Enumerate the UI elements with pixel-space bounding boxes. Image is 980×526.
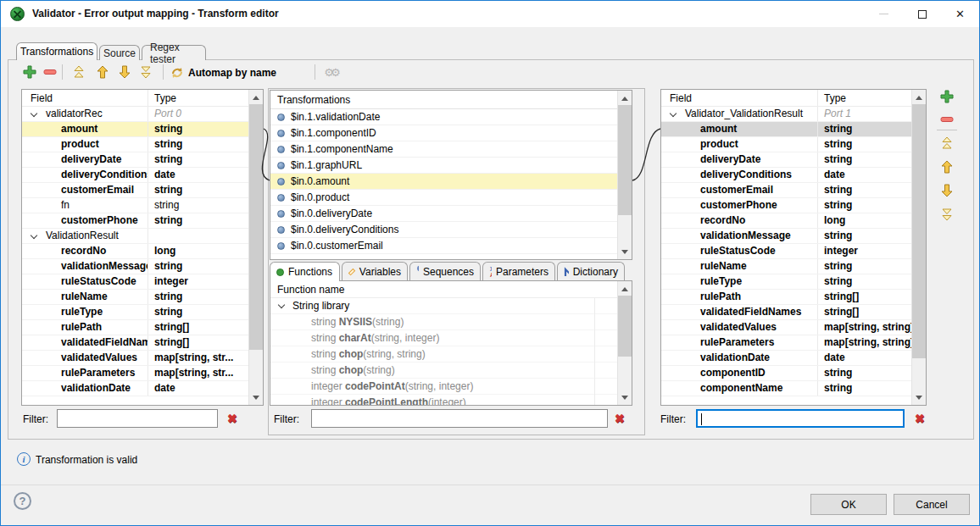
field-row[interactable]: customerEmailstring bbox=[22, 183, 248, 198]
field-row[interactable]: customerEmailstring bbox=[661, 183, 911, 198]
cancel-button[interactable]: Cancel bbox=[894, 494, 970, 515]
function-row[interactable]: string chop(string, string) bbox=[270, 346, 617, 363]
field-row[interactable]: deliveryDatestring bbox=[22, 152, 248, 168]
scrollbar-thumb[interactable] bbox=[618, 105, 632, 215]
field-row[interactable]: validatedValuesmap[string, str... bbox=[22, 351, 248, 366]
move-top-icon[interactable] bbox=[70, 64, 87, 80]
field-row[interactable]: ValidationResult bbox=[22, 229, 248, 244]
ok-button[interactable]: OK bbox=[810, 494, 887, 515]
field-row[interactable]: validationMessagestring bbox=[22, 259, 248, 274]
transformation-item[interactable]: $in.0.deliveryDate bbox=[270, 206, 617, 222]
field-row[interactable]: recordNolong bbox=[22, 244, 248, 259]
field-row[interactable]: rulePathstring[] bbox=[661, 290, 911, 305]
chevron-down-icon[interactable] bbox=[31, 232, 37, 239]
field-row[interactable]: ruleStatusCodeinteger bbox=[22, 274, 248, 290]
scroll-down-icon[interactable] bbox=[618, 245, 632, 259]
function-row[interactable]: integer codePointAt(string, integer) bbox=[270, 379, 617, 395]
move-top-icon[interactable] bbox=[938, 135, 955, 152]
tab-variables[interactable]: Variables bbox=[342, 262, 408, 280]
left-filter-clear-icon[interactable]: ✖ bbox=[227, 412, 237, 425]
field-row[interactable]: productstring bbox=[22, 137, 248, 152]
scroll-up-icon[interactable] bbox=[618, 281, 632, 296]
field-row[interactable]: validatorRecPort 0 bbox=[22, 107, 248, 122]
right-filter-clear-icon[interactable]: ✖ bbox=[915, 412, 925, 425]
chevron-down-icon[interactable] bbox=[670, 110, 677, 117]
help-icon[interactable]: ? bbox=[14, 492, 31, 510]
field-row[interactable]: customerPhonestring bbox=[661, 198, 911, 213]
field-row[interactable]: validationDatedate bbox=[661, 351, 911, 366]
transformation-item[interactable]: $in.0.customerEmail bbox=[270, 238, 617, 254]
middle-filter-clear-icon[interactable]: ✖ bbox=[615, 412, 625, 425]
field-row[interactable]: deliveryConditionsdate bbox=[661, 168, 911, 183]
remove-mapping-icon[interactable] bbox=[42, 64, 58, 80]
transformation-item[interactable]: $in.0.amount bbox=[270, 174, 617, 190]
scroll-down-icon[interactable] bbox=[912, 390, 926, 405]
chevron-down-icon[interactable] bbox=[278, 302, 285, 308]
field-row[interactable]: deliveryConditionsdate bbox=[22, 168, 248, 183]
automap-button[interactable]: Automap by name bbox=[188, 67, 276, 79]
field-row[interactable]: validatedFieldNamesstring[] bbox=[661, 305, 911, 320]
field-row[interactable]: ruleNamestring bbox=[661, 259, 911, 274]
field-row[interactable]: ruleTypestring bbox=[661, 274, 911, 290]
function-row[interactable]: string charAt(string, integer) bbox=[270, 330, 617, 346]
scrollbar-thumb[interactable] bbox=[618, 296, 632, 357]
scroll-up-icon[interactable] bbox=[249, 90, 263, 104]
field-row[interactable]: ruleParametersmap[string, str... bbox=[22, 366, 248, 381]
transformation-item[interactable]: $in.1.validationDate bbox=[270, 109, 617, 125]
field-row[interactable]: ruleStatusCodeinteger bbox=[661, 244, 911, 259]
field-row[interactable]: amountstring bbox=[661, 122, 911, 137]
tab-source[interactable]: Source bbox=[99, 45, 140, 60]
field-row[interactable]: validatedFieldNamesstring[] bbox=[22, 335, 248, 351]
move-up-icon[interactable] bbox=[94, 64, 111, 80]
move-bottom-icon[interactable] bbox=[137, 64, 154, 80]
tab-dictionary[interactable]: Dictionary bbox=[557, 262, 625, 280]
add-mapping-icon[interactable] bbox=[21, 64, 38, 80]
tab-parameters[interactable]: X=Y A=1 Parameters bbox=[482, 262, 555, 280]
chevron-down-icon[interactable] bbox=[31, 110, 37, 117]
transformation-item[interactable]: $in.1.componentName bbox=[270, 141, 617, 158]
field-row[interactable]: componentNamestring bbox=[661, 381, 911, 396]
scroll-down-icon[interactable] bbox=[618, 390, 632, 405]
field-row[interactable]: ruleTypestring bbox=[22, 305, 248, 320]
transformation-item[interactable]: $in.0.product bbox=[270, 190, 617, 206]
scrollbar-thumb[interactable] bbox=[249, 104, 263, 350]
tab-sequences[interactable]: 1 2 3 Sequences bbox=[409, 262, 481, 280]
field-row[interactable]: productstring bbox=[661, 137, 911, 152]
field-row[interactable]: validationMessagestring bbox=[661, 229, 911, 244]
tab-functions[interactable]: Functions bbox=[270, 262, 340, 281]
function-row[interactable]: String library bbox=[270, 298, 617, 314]
add-field-icon[interactable] bbox=[938, 88, 955, 105]
scrollbar-vertical[interactable] bbox=[617, 281, 632, 405]
function-row[interactable]: string chop(string) bbox=[270, 363, 617, 379]
field-row[interactable]: rulePathstring[] bbox=[22, 320, 248, 335]
field-row[interactable]: customerPhonestring bbox=[22, 213, 248, 229]
field-row[interactable]: recordNolong bbox=[661, 213, 911, 229]
field-row[interactable]: validatedValuesmap[string, string] bbox=[661, 320, 911, 335]
move-down-icon[interactable] bbox=[938, 182, 955, 199]
field-row[interactable]: validationDatedate bbox=[22, 381, 248, 396]
middle-filter-input[interactable] bbox=[311, 409, 608, 428]
tab-transformations[interactable]: Transformations bbox=[16, 42, 97, 60]
maximize-icon[interactable] bbox=[903, 1, 941, 27]
transformation-item[interactable]: $in.0.deliveryConditions bbox=[270, 222, 617, 238]
right-filter-input[interactable] bbox=[696, 409, 905, 428]
scrollbar-vertical[interactable] bbox=[617, 91, 632, 259]
field-row[interactable]: deliveryDatestring bbox=[661, 152, 911, 168]
field-row[interactable]: amountstring bbox=[22, 122, 248, 137]
field-row[interactable]: Validator_ValidationResultPort 1 bbox=[661, 107, 911, 122]
transformation-item[interactable]: $in.1.componentID bbox=[270, 125, 617, 141]
scroll-down-icon[interactable] bbox=[249, 390, 263, 405]
field-row[interactable]: componentIDstring bbox=[661, 366, 911, 381]
remove-field-icon[interactable] bbox=[938, 111, 955, 128]
scrollbar-thumb[interactable] bbox=[912, 104, 926, 358]
function-row[interactable]: string NYSIIS(string) bbox=[270, 314, 617, 330]
field-row[interactable]: fnstring bbox=[22, 198, 248, 213]
field-row[interactable]: ruleNamestring bbox=[22, 290, 248, 305]
close-icon[interactable]: ✕ bbox=[941, 1, 979, 27]
automap-icon[interactable] bbox=[169, 64, 186, 80]
scrollbar-vertical[interactable] bbox=[248, 90, 263, 405]
move-up-icon[interactable] bbox=[938, 158, 955, 175]
scrollbar-vertical[interactable] bbox=[911, 90, 926, 405]
tab-regex-tester[interactable]: Regex tester bbox=[142, 45, 206, 60]
move-bottom-icon[interactable] bbox=[938, 206, 955, 223]
